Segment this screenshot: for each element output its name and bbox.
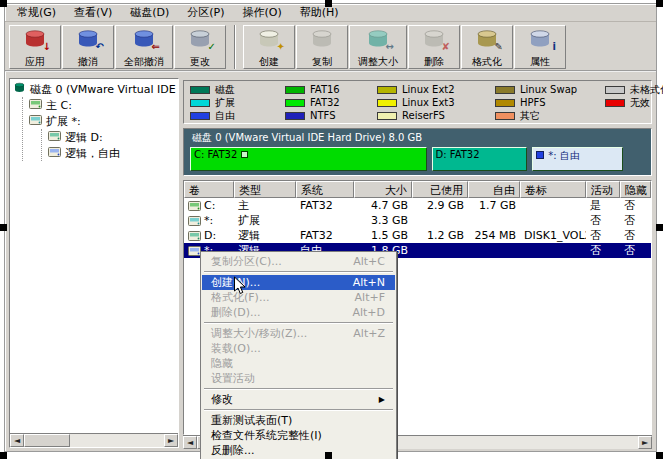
undo-all-button[interactable]: ⇐ 全部撤消 — [115, 25, 173, 69]
table-row-c[interactable]: C: 主 FAT32 4.7 GB 2.9 GB 1.7 GB 是 否 — [184, 198, 651, 213]
column-header-size[interactable]: 大小 — [354, 181, 412, 198]
scrollbar-thumb[interactable] — [24, 434, 70, 447]
legend-swatch — [605, 86, 625, 94]
scrollbar-track[interactable] — [24, 434, 164, 447]
selection-handle[interactable] — [656, 224, 663, 231]
selection-handle[interactable] — [325, 0, 332, 7]
tree-item-disk0[interactable]: 磁盘 0 (VMware Virtual IDE Hard — [13, 81, 178, 97]
menu-item-check-filesystem[interactable]: 检查文件系统完整性(I) — [202, 428, 395, 443]
cell-hidden: 否 — [620, 243, 651, 258]
legend-swatch — [605, 99, 625, 107]
partition-bar-label: *: 自由 — [548, 149, 580, 163]
menu-item-mount: 装载(O)... — [202, 341, 395, 356]
mouse-cursor — [233, 276, 246, 295]
scroll-left-button[interactable]: ◄ — [183, 436, 197, 449]
format-disk-icon: ✎ — [475, 28, 499, 50]
column-header-system[interactable]: 系统 — [296, 181, 354, 198]
column-header-hidden[interactable]: 隐藏 — [620, 181, 651, 198]
menu-item-create[interactable]: 创建(N)...Alt+N — [202, 275, 395, 290]
create-disk-icon: ✦ — [257, 28, 281, 50]
disk-tree: 磁盘 0 (VMware Virtual IDE Hard 主 C: 扩展 *: — [10, 79, 178, 433]
undo-button[interactable]: ↶ 撤消 — [62, 25, 114, 69]
menu-general[interactable]: 常规(G) — [8, 4, 65, 22]
drive-icon — [48, 131, 61, 144]
legend-label: 自由 — [215, 109, 235, 123]
menu-separator — [204, 322, 393, 324]
scroll-right-button[interactable]: ► — [638, 436, 652, 449]
scroll-right-button[interactable]: ► — [164, 434, 178, 447]
table-row-d[interactable]: D: 逻辑 FAT32 1.5 GB 1.2 GB 254 MB DISK1_V… — [184, 228, 651, 243]
menu-partition[interactable]: 分区(P) — [178, 4, 233, 22]
tree-item-logical-d[interactable]: 逻辑 D: — [48, 129, 178, 145]
legend-label: 磁盘 — [215, 83, 235, 97]
legend-item: 磁盘 — [190, 83, 285, 97]
resize-disk-icon: ↔ — [366, 28, 390, 50]
cell-label — [520, 198, 586, 213]
drive-icon — [188, 231, 201, 241]
cell-system — [296, 213, 354, 228]
tree-item-label: 磁盘 0 (VMware Virtual IDE Hard — [30, 82, 178, 97]
menu-item-retest-surface[interactable]: 重新测试表面(T) — [202, 413, 395, 428]
toolbar-button-label: 应用 — [25, 56, 45, 67]
menu-disk[interactable]: 磁盘(D) — [121, 4, 178, 22]
tree-hscrollbar[interactable]: ◄ ► — [10, 433, 178, 447]
changes-disk-icon: ✓ — [188, 28, 212, 50]
pencil-icon: ✎ — [495, 42, 503, 52]
cell-active: 否 — [586, 228, 620, 243]
disk-map-panel: 磁盘 0 (VMware Virtual IDE Hard Drive) 8.0… — [183, 128, 652, 176]
selection-handle[interactable] — [656, 452, 663, 459]
cell-free — [468, 243, 520, 258]
legend-item: ReiserFS — [377, 110, 495, 121]
copy-button[interactable]: 复制 — [296, 25, 348, 69]
disk-icon — [13, 82, 26, 96]
column-header-free[interactable]: 自由 — [468, 181, 520, 198]
legend-label: 其它 — [520, 109, 540, 123]
menu-item-modify[interactable]: 修改▶ — [202, 392, 395, 407]
delete-button[interactable]: ✘ 删除 — [408, 25, 460, 69]
resize-button[interactable]: ↔ 调整大小 — [349, 25, 407, 69]
properties-button[interactable]: i 属性 — [514, 25, 566, 69]
create-button[interactable]: ✦ 创建 — [243, 25, 295, 69]
toolbar-button-label: 格式化 — [472, 56, 502, 67]
tree-item-label: 逻辑，自由 — [65, 146, 120, 161]
column-header-used[interactable]: 已使用 — [412, 181, 468, 198]
cell-hidden: 否 — [620, 228, 651, 243]
legend-swatch — [285, 112, 305, 120]
partition-bar-d-fat32[interactable]: D: FAT32 — [432, 147, 528, 171]
selection-handle[interactable] — [0, 0, 7, 7]
menu-help[interactable]: 帮助(H) — [291, 4, 348, 22]
legend-label: NTFS — [310, 110, 336, 121]
scroll-left-button[interactable]: ◄ — [10, 434, 24, 447]
menu-item-undelete[interactable]: 反删除... — [202, 443, 395, 458]
table-row-extended[interactable]: *: 扩展 3.3 GB 否 否 — [184, 213, 651, 228]
partition-bar-c-fat32[interactable]: C: FAT32 — [190, 147, 427, 171]
column-header-type[interactable]: 类型 — [234, 181, 296, 198]
partition-bar-free[interactable]: *: 自由 — [532, 147, 623, 171]
cell-system: FAT32 — [296, 198, 354, 213]
cell-used: 2.9 GB — [412, 198, 468, 213]
tree-item-primary-c[interactable]: 主 C: — [29, 97, 178, 113]
legend-label: 扩展 — [215, 96, 235, 110]
cell-used — [412, 213, 468, 228]
legend-swatch — [285, 99, 305, 107]
drive-icon — [48, 147, 61, 160]
tree-item-logical-free[interactable]: 逻辑，自由 — [48, 145, 178, 161]
column-header-label[interactable]: 卷标 — [520, 181, 586, 198]
menu-operations[interactable]: 操作(O) — [234, 4, 291, 22]
selection-handle[interactable] — [0, 224, 7, 231]
format-button[interactable]: ✎ 格式化 — [461, 25, 513, 69]
legend-label: HPFS — [520, 97, 545, 108]
changes-button[interactable]: ✓ 更改 — [174, 25, 226, 69]
toolbar-button-label: 撤消 — [78, 56, 98, 67]
selection-handle[interactable] — [0, 452, 7, 459]
legend-label: Linux Swap — [520, 84, 577, 95]
column-header-active[interactable]: 活动 — [586, 181, 620, 198]
apply-button[interactable]: ↓ 应用 — [9, 25, 61, 69]
legend-item: HPFS — [495, 97, 605, 108]
tree-item-extended[interactable]: 扩展 *: — [29, 113, 178, 129]
selection-handle[interactable] — [325, 452, 332, 459]
legend-swatch — [190, 86, 210, 94]
column-header-volume[interactable]: 卷 — [184, 181, 234, 198]
menu-view[interactable]: 查看(V) — [65, 4, 121, 22]
selection-handle[interactable] — [656, 0, 663, 7]
